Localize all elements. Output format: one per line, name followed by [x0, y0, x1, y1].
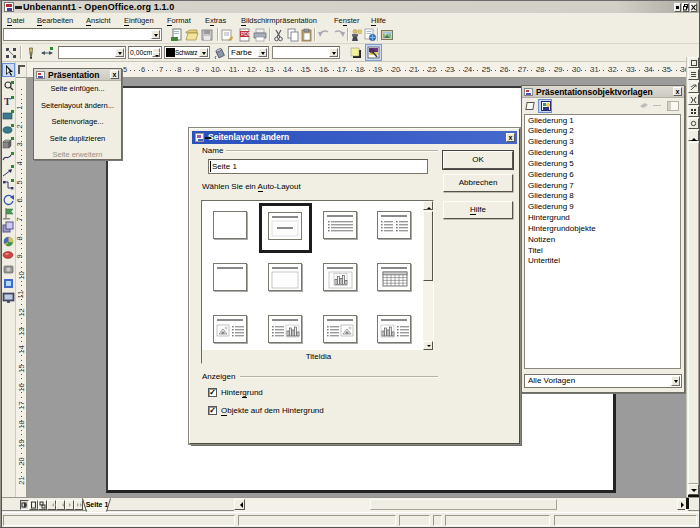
svg-text:PDF: PDF	[241, 31, 251, 37]
svg-text:T: T	[4, 96, 11, 107]
